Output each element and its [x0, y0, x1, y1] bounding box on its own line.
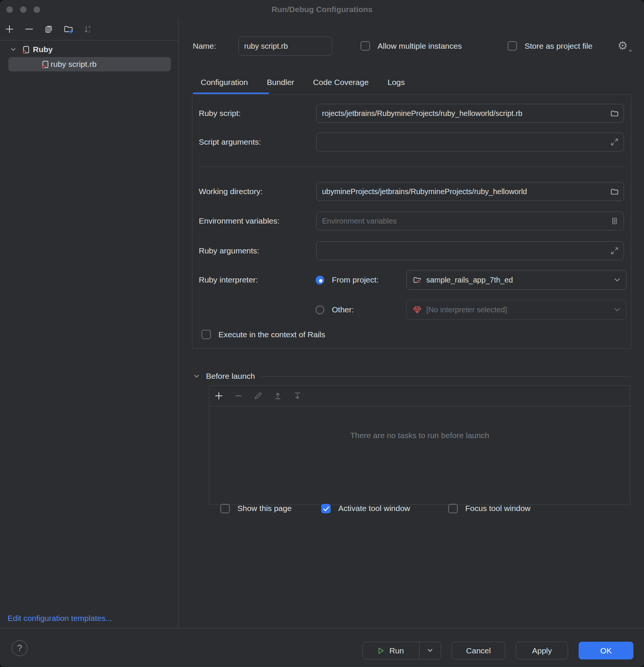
add-task-button[interactable]: [214, 391, 224, 401]
activate-tool-window-checkbox[interactable]: [321, 504, 331, 513]
play-icon: [378, 647, 384, 654]
other-radio-option[interactable]: Other:: [316, 305, 354, 314]
new-folder-button[interactable]: [63, 24, 74, 34]
chevron-down-icon: [614, 278, 620, 282]
allow-multiple-instances-checkbox[interactable]: [361, 41, 370, 51]
run-options-arrow[interactable]: [420, 642, 441, 659]
working-directory-label: Working directory:: [199, 182, 263, 201]
expand-field-icon[interactable]: [610, 137, 619, 147]
from-project-radio[interactable]: [316, 276, 324, 284]
before-launch-header[interactable]: Before launch: [194, 371, 630, 381]
tab-bundler[interactable]: Bundler: [259, 73, 302, 93]
ruby-gem-icon: [413, 305, 422, 314]
move-task-down-icon[interactable]: [292, 391, 303, 401]
tab-code-coverage[interactable]: Code Coverage: [305, 73, 376, 93]
other-interpreter-dropdown[interactable]: [No interpreter selected]: [406, 300, 627, 320]
working-directory-input[interactable]: [316, 182, 624, 201]
focus-tool-window-option[interactable]: Focus tool window: [448, 503, 531, 513]
show-this-page-checkbox[interactable]: [220, 504, 230, 513]
execute-in-rails-option[interactable]: Execute in the context of Rails: [201, 330, 325, 339]
config-tabs: Configuration Bundler Code Coverage Logs: [193, 73, 416, 93]
copy-configuration-button[interactable]: [43, 24, 54, 34]
chevron-down-icon: [11, 48, 16, 51]
show-this-page-label: Show this page: [237, 504, 292, 513]
browse-folder-icon[interactable]: [610, 108, 619, 118]
execute-in-rails-checkbox[interactable]: [201, 330, 211, 339]
run-split-button[interactable]: Run: [362, 642, 441, 659]
before-launch-title: Before launch: [206, 372, 255, 381]
dialog-footer: ? Run Cancel Apply OK: [0, 628, 644, 667]
ruby-script-input[interactable]: [316, 104, 624, 123]
focus-tool-window-label: Focus tool window: [465, 504, 531, 513]
tab-logs[interactable]: Logs: [379, 73, 413, 93]
cancel-button[interactable]: Cancel: [452, 642, 505, 659]
title-bar: Run/Debug Configurations: [0, 0, 644, 18]
svg-text:z: z: [88, 29, 90, 33]
configuration-editor: Name: Allow multiple instances Store as …: [179, 18, 644, 628]
question-mark-icon: ?: [17, 643, 22, 653]
ruby-script-label: Ruby script:: [199, 104, 241, 123]
store-as-project-file-checkbox[interactable]: [508, 41, 517, 51]
ruby-run-config-icon: [21, 45, 31, 54]
edit-task-button[interactable]: [253, 391, 263, 401]
ok-button[interactable]: OK: [579, 642, 633, 659]
environment-variables-input[interactable]: [316, 212, 624, 230]
tree-group-label: Ruby: [33, 45, 53, 54]
tree-item-ruby-script[interactable]: ruby script.rb: [8, 57, 171, 71]
tab-configuration[interactable]: Configuration: [193, 73, 256, 93]
activate-tool-window-label: Activate tool window: [338, 504, 410, 513]
ruby-arguments-label: Ruby arguments:: [199, 241, 259, 260]
configuration-panel: Ruby script: Script arguments:: [192, 94, 631, 349]
help-button[interactable]: ?: [12, 640, 28, 656]
store-as-project-file-option[interactable]: Store as project file: [508, 41, 593, 51]
from-project-radio-option[interactable]: From project:: [316, 275, 379, 284]
allow-multiple-instances-option[interactable]: Allow multiple instances: [361, 41, 462, 51]
dialog-title: Run/Debug Configurations: [0, 0, 644, 18]
name-label: Name:: [193, 37, 216, 56]
configurations-tree: Ruby ruby script.rb: [0, 43, 178, 71]
task-toolbar: [209, 386, 630, 406]
execute-in-rails-label: Execute in the context of Rails: [218, 330, 325, 339]
svg-text:a: a: [88, 25, 91, 29]
ruby-run-config-icon: [40, 60, 50, 69]
apply-button[interactable]: Apply: [516, 642, 568, 659]
edit-configuration-templates-link[interactable]: Edit configuration templates...: [8, 614, 112, 623]
expand-field-icon[interactable]: [610, 246, 619, 256]
tree-group-ruby[interactable]: Ruby: [0, 43, 178, 56]
from-project-label: From project:: [332, 275, 379, 284]
remove-task-button[interactable]: [233, 391, 244, 401]
name-input[interactable]: [238, 37, 332, 56]
env-variables-list-icon[interactable]: [610, 216, 619, 226]
chevron-down-icon: [427, 649, 433, 652]
other-interpreter-value: [No interpreter selected]: [426, 306, 614, 314]
focus-tool-window-checkbox[interactable]: [448, 504, 458, 513]
ruby-arguments-input[interactable]: [316, 241, 624, 260]
move-task-up-icon[interactable]: [272, 391, 283, 401]
ruby-interpreter-label: Ruby interpreter:: [199, 270, 258, 290]
section-rule: [261, 376, 630, 377]
chevron-down-icon: [614, 308, 620, 312]
script-arguments-label: Script arguments:: [199, 133, 261, 151]
add-configuration-button[interactable]: [4, 24, 15, 34]
script-arguments-input[interactable]: [316, 133, 624, 151]
other-label: Other:: [332, 305, 354, 314]
chevron-down-icon: [194, 374, 199, 378]
browse-folder-icon[interactable]: [610, 187, 619, 196]
no-tasks-message: There are no tasks to run before launch: [209, 431, 630, 440]
show-this-page-option[interactable]: Show this page: [220, 503, 292, 513]
project-interpreter-dropdown[interactable]: sample_rails_app_7th_ed: [406, 270, 627, 290]
store-settings-gear-icon[interactable]: ⚙: [618, 39, 631, 53]
sidebar-toolbar: a z: [0, 18, 178, 40]
other-interpreter-radio[interactable]: [316, 306, 324, 314]
section-divider: [198, 167, 626, 167]
before-launch-task-list: There are no tasks to run before launch: [209, 385, 630, 505]
remove-configuration-button[interactable]: [24, 24, 34, 34]
folder-ruby-icon: [413, 275, 422, 284]
environment-variables-label: Environment variables:: [199, 212, 280, 230]
activate-tool-window-option[interactable]: Activate tool window: [321, 503, 410, 513]
sort-configurations-icon[interactable]: a z: [83, 24, 93, 34]
configurations-sidebar: a z Ruby: [0, 18, 179, 628]
active-tab-indicator: [193, 93, 269, 94]
project-interpreter-value: sample_rails_app_7th_ed: [426, 276, 614, 284]
run-button-label: Run: [389, 646, 404, 655]
